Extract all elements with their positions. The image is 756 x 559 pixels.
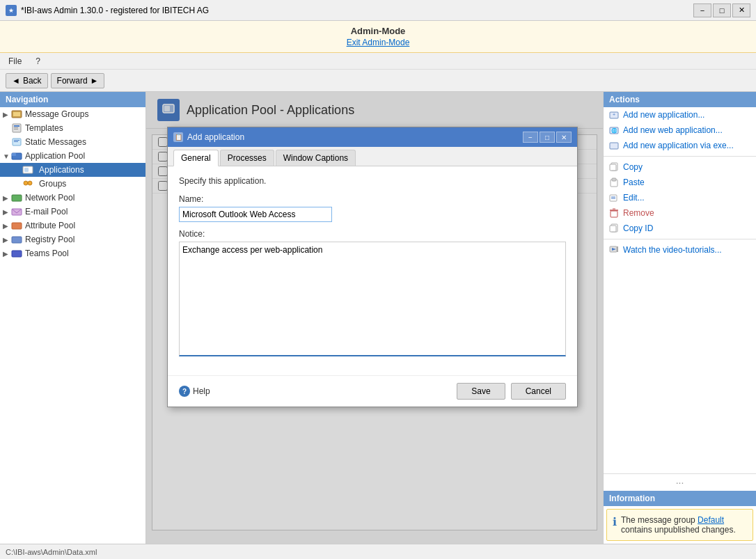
svg-rect-4 bbox=[14, 127, 18, 128]
add-application-icon: + bbox=[609, 110, 619, 120]
tab-general[interactable]: General bbox=[173, 150, 219, 166]
sidebar-item-application-pool[interactable]: ▼ Application Pool bbox=[0, 149, 145, 163]
expand-arrow-icon: ▶ bbox=[3, 236, 11, 244]
restore-button[interactable]: □ bbox=[713, 3, 731, 17]
teams-pool-icon bbox=[11, 248, 22, 259]
svg-rect-3 bbox=[14, 125, 19, 127]
help-button[interactable]: ? Help bbox=[179, 386, 210, 397]
sidebar-item-label: Application Pool bbox=[25, 151, 85, 161]
action-label: Add new web application... bbox=[623, 125, 723, 135]
minimize-button[interactable]: − bbox=[693, 3, 711, 17]
svg-rect-26 bbox=[610, 143, 618, 149]
action-label: Copy ID bbox=[623, 223, 653, 233]
svg-rect-15 bbox=[12, 195, 22, 201]
forward-label: Forward bbox=[57, 76, 88, 86]
sidebar-item-registry-pool[interactable]: ▶ Registry Pool bbox=[0, 233, 145, 246]
action-copy[interactable]: Copy bbox=[604, 159, 756, 175]
dialog-title-left: 📋 Add application bbox=[173, 132, 244, 142]
status-bar: C:\IBI-aws\Admin\Data.xml bbox=[0, 544, 756, 559]
back-button[interactable]: ◄ Back bbox=[6, 73, 48, 88]
dialog-restore-btn[interactable]: □ bbox=[540, 132, 555, 143]
network-pool-icon bbox=[11, 192, 22, 203]
cancel-button[interactable]: Cancel bbox=[511, 383, 566, 400]
sidebar-item-attribute-pool[interactable]: ▶ Attribute Pool bbox=[0, 219, 145, 233]
action-edit[interactable]: Edit... bbox=[604, 190, 756, 205]
dialog-titlebar: 📋 Add application − □ ✕ bbox=[168, 127, 577, 147]
action-label: Add new application... bbox=[623, 110, 704, 120]
admin-mode-title: Admin-Mode bbox=[351, 26, 406, 36]
paste-icon bbox=[609, 178, 619, 187]
sidebar-item-static-messages[interactable]: ▶ Static Messages bbox=[0, 135, 145, 149]
action-add-app-via-exe[interactable]: Add new application via exe... bbox=[604, 138, 756, 153]
action-add-new-application[interactable]: + Add new application... bbox=[604, 107, 756, 123]
sidebar-item-label: Message Groups bbox=[25, 109, 88, 119]
sidebar-item-message-groups[interactable]: ▶ Message Groups bbox=[0, 107, 145, 121]
edit-icon bbox=[609, 193, 619, 203]
groups-icon bbox=[22, 178, 33, 189]
action-copy-id[interactable]: Copy ID bbox=[604, 221, 756, 236]
action-paste[interactable]: Paste bbox=[604, 175, 756, 190]
title-bar: ★ *IBI-aws Admin 1.30.0 - registered for… bbox=[0, 0, 756, 21]
tab-window-captions[interactable]: Window Captions bbox=[276, 150, 356, 166]
name-field-group: Name: bbox=[179, 194, 566, 222]
exit-admin-mode-link[interactable]: Exit Admin-Mode bbox=[347, 38, 410, 47]
svg-rect-18 bbox=[12, 237, 22, 243]
svg-rect-34 bbox=[611, 211, 617, 217]
sidebar-item-label: Network Pool bbox=[25, 193, 74, 203]
expand-arrow-icon: ▶ bbox=[3, 222, 11, 230]
sidebar-item-label: Registry Pool bbox=[25, 235, 74, 244]
action-remove[interactable]: Remove bbox=[604, 205, 756, 221]
notice-textarea[interactable]: Exchange access per web-application bbox=[179, 242, 566, 356]
add-exe-icon bbox=[609, 141, 619, 150]
forward-button[interactable]: Forward ► bbox=[51, 73, 105, 88]
svg-rect-5 bbox=[14, 129, 18, 129]
sidebar-item-teams-pool[interactable]: ▶ Teams Pool bbox=[0, 246, 145, 260]
help-icon: ? bbox=[179, 386, 190, 397]
svg-text:🌐: 🌐 bbox=[611, 127, 617, 134]
forward-arrow-icon: ► bbox=[90, 76, 99, 86]
sidebar-item-groups[interactable]: ▶ Groups bbox=[0, 177, 145, 191]
information-text: The message group Default contains unpub… bbox=[621, 515, 747, 535]
svg-rect-1 bbox=[13, 112, 20, 116]
sidebar-item-label: Templates bbox=[25, 123, 63, 133]
actions-divider-2 bbox=[604, 239, 756, 239]
action-watch-tutorials[interactable]: Watch the video-tutorials... bbox=[604, 242, 756, 258]
sidebar-item-network-pool[interactable]: ▶ Network Pool bbox=[0, 191, 145, 205]
main-layout: Navigation ▶ Message Groups ▶ Templates … bbox=[0, 92, 756, 544]
admin-bar: Admin-Mode Exit Admin-Mode bbox=[0, 21, 756, 53]
dialog-title: Add application bbox=[187, 132, 244, 142]
tab-processes[interactable]: Processes bbox=[220, 150, 274, 166]
sidebar-item-label: Teams Pool bbox=[25, 249, 69, 258]
svg-point-13 bbox=[24, 181, 28, 185]
menu-help[interactable]: ? bbox=[33, 55, 43, 68]
dialog-close-btn[interactable]: ✕ bbox=[556, 132, 572, 143]
action-add-new-web-application[interactable]: 🌐 Add new web application... bbox=[604, 123, 756, 138]
toolbar: ◄ Back Forward ► bbox=[0, 70, 756, 92]
svg-rect-28 bbox=[610, 164, 616, 171]
sidebar-item-templates[interactable]: ▶ Templates bbox=[0, 121, 145, 135]
save-button[interactable]: Save bbox=[457, 383, 505, 400]
name-label: Name: bbox=[179, 194, 566, 204]
dialog-description: Specify this application. bbox=[179, 176, 566, 186]
sidebar-item-label: E-mail Pool bbox=[25, 207, 68, 216]
copy-icon bbox=[609, 162, 619, 172]
sidebar-item-applications[interactable]: ▶ Applications bbox=[0, 163, 145, 177]
status-path: C:\IBI-aws\Admin\Data.xml bbox=[6, 548, 97, 556]
dialog-body: Specify this application. Name: Notice: … bbox=[168, 166, 577, 375]
actions-spacer bbox=[604, 258, 756, 473]
title-bar-left: ★ *IBI-aws Admin 1.30.0 - registered for… bbox=[6, 5, 209, 16]
close-button[interactable]: ✕ bbox=[732, 3, 750, 17]
menu-file[interactable]: File bbox=[6, 55, 24, 68]
svg-rect-41 bbox=[617, 246, 618, 252]
sidebar-item-email-pool[interactable]: ▶ E-mail Pool bbox=[0, 205, 145, 219]
info-text-before: The message group bbox=[621, 515, 698, 525]
name-input[interactable] bbox=[179, 207, 332, 222]
sidebar-item-label: Applications bbox=[39, 165, 84, 175]
svg-rect-8 bbox=[14, 141, 18, 142]
dialog-controls: − □ ✕ bbox=[523, 132, 572, 143]
copy-id-icon bbox=[609, 223, 619, 233]
dialog-minimize-btn[interactable]: − bbox=[523, 132, 538, 143]
information-header: Information bbox=[604, 491, 756, 506]
navigation-header: Navigation bbox=[0, 92, 145, 107]
info-default-link[interactable]: Default bbox=[698, 515, 724, 525]
